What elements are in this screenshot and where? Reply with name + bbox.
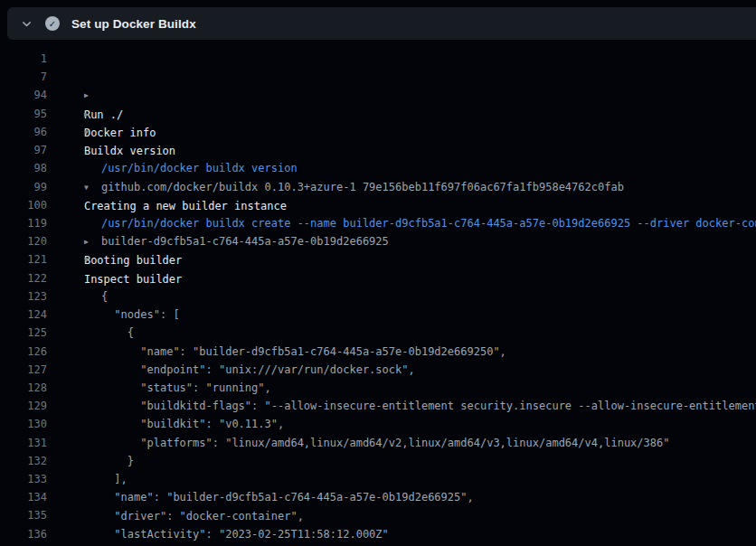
log-lines: 1 ▶ Run ./ 7 ▶ Docker info 94 ▼ Buildx v…: [0, 50, 756, 543]
log-line-number[interactable]: 125: [0, 324, 47, 342]
log-line-number[interactable]: 120: [0, 232, 47, 250]
log-line-number[interactable]: 1: [0, 50, 47, 68]
log-group-line[interactable]: 7 ▶ Docker info: [0, 68, 756, 86]
log-line: 125 "status": "running",: [0, 324, 756, 342]
log-line-number[interactable]: 129: [0, 397, 47, 415]
log-group-line[interactable]: 1 ▶ Run ./: [0, 50, 756, 68]
log-line-number[interactable]: 95: [0, 105, 47, 123]
log-line: 126 "buildkitd-flags": "--allow-insecure…: [0, 343, 756, 361]
log-line: 127 "buildkit": "v0.11.3",: [0, 361, 756, 379]
log-line: 121 "nodes": [: [0, 250, 756, 268]
log-line-number[interactable]: 99: [0, 178, 47, 196]
log-line-number[interactable]: 124: [0, 306, 47, 324]
log-line-number[interactable]: 128: [0, 379, 47, 397]
log-line: 134 }: [0, 488, 756, 506]
log-line: 122 {: [0, 269, 756, 287]
step-header[interactable]: ✓ Set up Docker Buildx: [7, 7, 756, 40]
log-group-line[interactable]: 97 ▼ Creating a new builder instance: [0, 141, 756, 159]
log-line: 132 "driver": "docker-container",: [0, 452, 756, 470]
log-group-line[interactable]: 100 ▶ Booting builder: [0, 196, 756, 214]
log-panel: 1 ▶ Run ./ 7 ▶ Docker info 94 ▼ Buildx v…: [0, 40, 756, 546]
log-line: 131 "name": "builder-d9cfb5a1-c764-445a-…: [0, 434, 756, 452]
log-line-number[interactable]: 135: [0, 506, 47, 524]
step-title: Set up Docker Buildx: [71, 17, 196, 31]
log-line: 98 /usr/bin/docker buildx create --name …: [0, 159, 756, 177]
log-line: 123 "name": "builder-d9cfb5a1-c764-445a-…: [0, 287, 756, 306]
log-line-number[interactable]: 97: [0, 141, 47, 159]
log-line: 129 }: [0, 397, 756, 415]
log-line-number[interactable]: 131: [0, 434, 47, 452]
log-line: 96 github.com/docker/buildx 0.10.3+azure…: [0, 123, 756, 141]
log-line: 130 ],: [0, 415, 756, 433]
log-line: 95 /usr/bin/docker buildx version: [0, 105, 756, 123]
check-circle-icon: ✓: [45, 16, 60, 31]
log-line-number[interactable]: 94: [0, 86, 47, 104]
log-line-number[interactable]: 122: [0, 269, 47, 287]
log-line-number[interactable]: 96: [0, 123, 47, 141]
log-line-number[interactable]: 119: [0, 214, 47, 232]
log-group-line[interactable]: 119 ▼ Inspect builder: [0, 214, 756, 232]
log-line-number[interactable]: 98: [0, 159, 47, 177]
log-line-number[interactable]: 127: [0, 361, 47, 379]
log-line-number[interactable]: 126: [0, 343, 47, 361]
log-line: 136 builder-d9cfb5a1-c764-445a-a57e-0b19…: [0, 525, 756, 543]
log-line-number[interactable]: 121: [0, 250, 47, 268]
log-line-number[interactable]: 133: [0, 470, 47, 488]
log-line: 128 "platforms": "linux/amd64,linux/amd6…: [0, 379, 756, 397]
log-group-line[interactable]: 94 ▼ Buildx version: [0, 86, 756, 104]
log-group-line[interactable]: 135 ▼ BuildKit version: [0, 506, 756, 524]
chevron-down-icon[interactable]: [16, 18, 36, 30]
log-line-number[interactable]: 134: [0, 488, 47, 506]
log-line-number[interactable]: 136: [0, 525, 47, 543]
log-line-number[interactable]: 7: [0, 68, 47, 86]
log-line-number[interactable]: 130: [0, 415, 47, 433]
log-line: 124 "endpoint": "unix:///var/run/docker.…: [0, 306, 756, 324]
log-line: 133 "lastActivity": "2023-02-25T11:58:12…: [0, 470, 756, 488]
log-line-number[interactable]: 100: [0, 196, 47, 214]
log-line: 99 builder-d9cfb5a1-c764-445a-a57e-0b19d…: [0, 178, 756, 196]
log-line: 120 {: [0, 232, 756, 250]
log-line-number[interactable]: 123: [0, 287, 47, 306]
log-line-number[interactable]: 132: [0, 452, 47, 470]
